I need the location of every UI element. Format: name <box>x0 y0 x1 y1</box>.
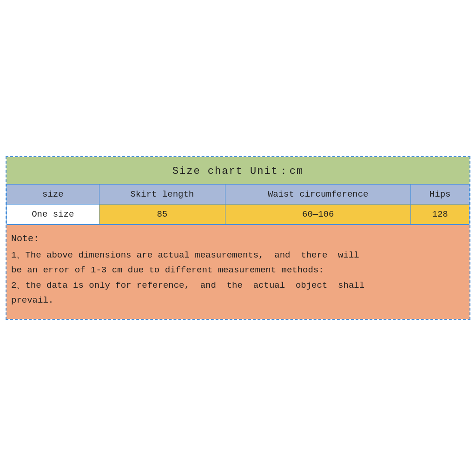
size-chart-container: Size chart Unit：cm size Skirt length Wai… <box>6 156 470 320</box>
notes-body: 1、The above dimensions are actual measur… <box>11 248 465 308</box>
chart-title: Size chart Unit：cm <box>7 157 469 184</box>
size-table: size Skirt length Waist circumference Hi… <box>7 184 469 225</box>
size-value: One size <box>7 204 99 224</box>
col-size-header: size <box>7 184 99 204</box>
notes-title: Note: <box>11 233 465 244</box>
hips-value: 128 <box>411 204 469 224</box>
table-header-row: size Skirt length Waist circumference Hi… <box>7 184 469 204</box>
notes-section: Note: 1、The above dimensions are actual … <box>7 225 469 319</box>
table-data-row: One size 85 60—106 128 <box>7 204 469 224</box>
col-skirt-header: Skirt length <box>99 184 225 204</box>
skirt-length-value: 85 <box>99 204 225 224</box>
waist-value: 60—106 <box>225 204 411 224</box>
col-hips-header: Hips <box>411 184 469 204</box>
col-waist-header: Waist circumference <box>225 184 411 204</box>
